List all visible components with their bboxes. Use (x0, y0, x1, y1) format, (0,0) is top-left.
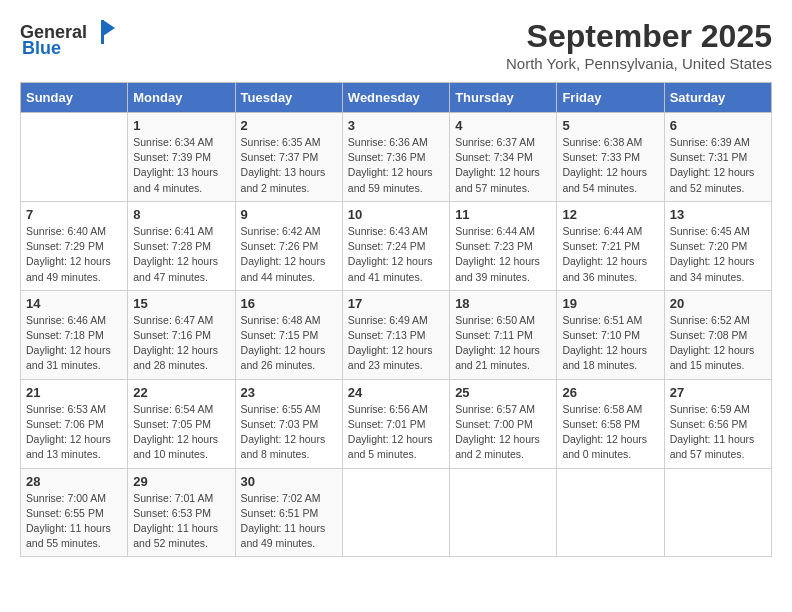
day-number: 14 (26, 296, 122, 311)
calendar-cell: 18Sunrise: 6:50 AM Sunset: 7:11 PM Dayli… (450, 290, 557, 379)
day-number: 7 (26, 207, 122, 222)
calendar-cell: 15Sunrise: 6:47 AM Sunset: 7:16 PM Dayli… (128, 290, 235, 379)
day-number: 28 (26, 474, 122, 489)
day-number: 4 (455, 118, 551, 133)
day-number: 26 (562, 385, 658, 400)
day-info: Sunrise: 6:58 AM Sunset: 6:58 PM Dayligh… (562, 402, 658, 463)
calendar-cell: 29Sunrise: 7:01 AM Sunset: 6:53 PM Dayli… (128, 468, 235, 557)
day-info: Sunrise: 6:57 AM Sunset: 7:00 PM Dayligh… (455, 402, 551, 463)
column-header-saturday: Saturday (664, 83, 771, 113)
day-number: 20 (670, 296, 766, 311)
calendar-cell: 30Sunrise: 7:02 AM Sunset: 6:51 PM Dayli… (235, 468, 342, 557)
svg-marker-0 (103, 20, 115, 36)
calendar-cell: 8Sunrise: 6:41 AM Sunset: 7:28 PM Daylig… (128, 201, 235, 290)
calendar-cell: 25Sunrise: 6:57 AM Sunset: 7:00 PM Dayli… (450, 379, 557, 468)
day-info: Sunrise: 7:02 AM Sunset: 6:51 PM Dayligh… (241, 491, 337, 552)
day-number: 1 (133, 118, 229, 133)
calendar-cell: 11Sunrise: 6:44 AM Sunset: 7:23 PM Dayli… (450, 201, 557, 290)
calendar-cell: 19Sunrise: 6:51 AM Sunset: 7:10 PM Dayli… (557, 290, 664, 379)
day-number: 15 (133, 296, 229, 311)
day-info: Sunrise: 6:34 AM Sunset: 7:39 PM Dayligh… (133, 135, 229, 196)
day-info: Sunrise: 6:38 AM Sunset: 7:33 PM Dayligh… (562, 135, 658, 196)
day-info: Sunrise: 6:42 AM Sunset: 7:26 PM Dayligh… (241, 224, 337, 285)
day-number: 16 (241, 296, 337, 311)
calendar-cell: 16Sunrise: 6:48 AM Sunset: 7:15 PM Dayli… (235, 290, 342, 379)
day-info: Sunrise: 7:00 AM Sunset: 6:55 PM Dayligh… (26, 491, 122, 552)
day-number: 29 (133, 474, 229, 489)
day-info: Sunrise: 6:54 AM Sunset: 7:05 PM Dayligh… (133, 402, 229, 463)
logo-flag-icon (89, 18, 117, 46)
day-number: 17 (348, 296, 444, 311)
calendar-cell: 27Sunrise: 6:59 AM Sunset: 6:56 PM Dayli… (664, 379, 771, 468)
day-info: Sunrise: 6:56 AM Sunset: 7:01 PM Dayligh… (348, 402, 444, 463)
column-header-wednesday: Wednesday (342, 83, 449, 113)
calendar-cell: 6Sunrise: 6:39 AM Sunset: 7:31 PM Daylig… (664, 113, 771, 202)
title-area: September 2025 North York, Pennsylvania,… (506, 18, 772, 72)
week-row: 1Sunrise: 6:34 AM Sunset: 7:39 PM Daylig… (21, 113, 772, 202)
day-number: 9 (241, 207, 337, 222)
logo-blue: Blue (22, 38, 61, 59)
day-info: Sunrise: 6:44 AM Sunset: 7:21 PM Dayligh… (562, 224, 658, 285)
calendar-cell (664, 468, 771, 557)
day-number: 24 (348, 385, 444, 400)
calendar-cell: 21Sunrise: 6:53 AM Sunset: 7:06 PM Dayli… (21, 379, 128, 468)
day-number: 30 (241, 474, 337, 489)
calendar-cell: 22Sunrise: 6:54 AM Sunset: 7:05 PM Dayli… (128, 379, 235, 468)
header-row: SundayMondayTuesdayWednesdayThursdayFrid… (21, 83, 772, 113)
week-row: 21Sunrise: 6:53 AM Sunset: 7:06 PM Dayli… (21, 379, 772, 468)
day-number: 27 (670, 385, 766, 400)
header: General Blue September 2025 North York, … (20, 18, 772, 72)
calendar-cell (557, 468, 664, 557)
day-number: 2 (241, 118, 337, 133)
day-info: Sunrise: 6:43 AM Sunset: 7:24 PM Dayligh… (348, 224, 444, 285)
day-info: Sunrise: 6:53 AM Sunset: 7:06 PM Dayligh… (26, 402, 122, 463)
day-info: Sunrise: 6:46 AM Sunset: 7:18 PM Dayligh… (26, 313, 122, 374)
column-header-friday: Friday (557, 83, 664, 113)
location-subtitle: North York, Pennsylvania, United States (506, 55, 772, 72)
logo: General Blue (20, 18, 117, 59)
week-row: 7Sunrise: 6:40 AM Sunset: 7:29 PM Daylig… (21, 201, 772, 290)
calendar-cell: 9Sunrise: 6:42 AM Sunset: 7:26 PM Daylig… (235, 201, 342, 290)
column-header-thursday: Thursday (450, 83, 557, 113)
day-number: 6 (670, 118, 766, 133)
day-info: Sunrise: 6:44 AM Sunset: 7:23 PM Dayligh… (455, 224, 551, 285)
calendar-cell: 14Sunrise: 6:46 AM Sunset: 7:18 PM Dayli… (21, 290, 128, 379)
calendar-cell: 26Sunrise: 6:58 AM Sunset: 6:58 PM Dayli… (557, 379, 664, 468)
day-number: 11 (455, 207, 551, 222)
column-header-monday: Monday (128, 83, 235, 113)
day-info: Sunrise: 6:41 AM Sunset: 7:28 PM Dayligh… (133, 224, 229, 285)
day-info: Sunrise: 6:47 AM Sunset: 7:16 PM Dayligh… (133, 313, 229, 374)
day-number: 3 (348, 118, 444, 133)
calendar-cell: 10Sunrise: 6:43 AM Sunset: 7:24 PM Dayli… (342, 201, 449, 290)
calendar-cell: 12Sunrise: 6:44 AM Sunset: 7:21 PM Dayli… (557, 201, 664, 290)
column-header-sunday: Sunday (21, 83, 128, 113)
calendar-cell: 23Sunrise: 6:55 AM Sunset: 7:03 PM Dayli… (235, 379, 342, 468)
day-number: 12 (562, 207, 658, 222)
day-info: Sunrise: 7:01 AM Sunset: 6:53 PM Dayligh… (133, 491, 229, 552)
day-info: Sunrise: 6:59 AM Sunset: 6:56 PM Dayligh… (670, 402, 766, 463)
day-number: 19 (562, 296, 658, 311)
day-info: Sunrise: 6:45 AM Sunset: 7:20 PM Dayligh… (670, 224, 766, 285)
calendar-cell: 3Sunrise: 6:36 AM Sunset: 7:36 PM Daylig… (342, 113, 449, 202)
day-number: 23 (241, 385, 337, 400)
day-number: 21 (26, 385, 122, 400)
day-info: Sunrise: 6:52 AM Sunset: 7:08 PM Dayligh… (670, 313, 766, 374)
day-info: Sunrise: 6:51 AM Sunset: 7:10 PM Dayligh… (562, 313, 658, 374)
month-title: September 2025 (506, 18, 772, 55)
calendar-cell: 17Sunrise: 6:49 AM Sunset: 7:13 PM Dayli… (342, 290, 449, 379)
day-info: Sunrise: 6:37 AM Sunset: 7:34 PM Dayligh… (455, 135, 551, 196)
day-info: Sunrise: 6:49 AM Sunset: 7:13 PM Dayligh… (348, 313, 444, 374)
calendar-cell: 28Sunrise: 7:00 AM Sunset: 6:55 PM Dayli… (21, 468, 128, 557)
calendar-cell: 5Sunrise: 6:38 AM Sunset: 7:33 PM Daylig… (557, 113, 664, 202)
day-number: 13 (670, 207, 766, 222)
calendar-cell (450, 468, 557, 557)
day-info: Sunrise: 6:39 AM Sunset: 7:31 PM Dayligh… (670, 135, 766, 196)
day-number: 8 (133, 207, 229, 222)
calendar-cell: 7Sunrise: 6:40 AM Sunset: 7:29 PM Daylig… (21, 201, 128, 290)
svg-rect-1 (101, 20, 104, 44)
day-info: Sunrise: 6:36 AM Sunset: 7:36 PM Dayligh… (348, 135, 444, 196)
day-info: Sunrise: 6:35 AM Sunset: 7:37 PM Dayligh… (241, 135, 337, 196)
calendar-cell: 20Sunrise: 6:52 AM Sunset: 7:08 PM Dayli… (664, 290, 771, 379)
day-number: 10 (348, 207, 444, 222)
calendar-cell: 1Sunrise: 6:34 AM Sunset: 7:39 PM Daylig… (128, 113, 235, 202)
